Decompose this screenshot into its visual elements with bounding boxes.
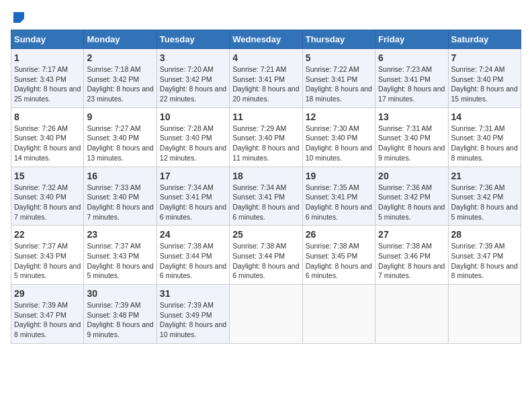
day-number: 8	[14, 111, 81, 122]
day-number: 27	[378, 229, 445, 240]
day-info: Sunrise: 7:21 AM Sunset: 3:41 PM Dayligh…	[232, 64, 299, 104]
day-info: Sunrise: 7:37 AM Sunset: 3:43 PM Dayligh…	[14, 241, 81, 281]
day-info: Sunrise: 7:31 AM Sunset: 3:40 PM Dayligh…	[451, 124, 518, 163]
day-info: Sunrise: 7:17 AM Sunset: 3:43 PM Dayligh…	[14, 64, 81, 104]
day-number: 1	[14, 52, 81, 63]
header-sunday: Sunday	[11, 30, 84, 49]
day-info: Sunrise: 7:32 AM Sunset: 3:40 PM Dayligh…	[14, 183, 81, 222]
day-number: 5	[306, 52, 372, 63]
day-number: 30	[87, 288, 153, 299]
day-info: Sunrise: 7:36 AM Sunset: 3:42 PM Dayligh…	[451, 183, 518, 222]
day-info: Sunrise: 7:35 AM Sunset: 3:41 PM Dayligh…	[306, 183, 372, 222]
day-number: 18	[232, 171, 299, 181]
day-cell: 22 Sunrise: 7:37 AM Sunset: 3:43 PM Dayl…	[11, 226, 84, 285]
day-cell	[230, 285, 302, 344]
day-info: Sunrise: 7:38 AM Sunset: 3:44 PM Dayligh…	[232, 241, 299, 281]
day-number: 10	[160, 111, 226, 122]
day-number: 4	[232, 52, 299, 63]
day-number: 3	[160, 52, 226, 63]
day-number: 25	[232, 229, 299, 240]
day-cell: 20 Sunrise: 7:36 AM Sunset: 3:42 PM Dayl…	[375, 167, 448, 226]
day-info: Sunrise: 7:39 AM Sunset: 3:47 PM Dayligh…	[451, 241, 518, 281]
day-info: Sunrise: 7:22 AM Sunset: 3:41 PM Dayligh…	[306, 64, 372, 104]
calendar-header-row: SundayMondayTuesdayWednesdayThursdayFrid…	[11, 30, 521, 49]
day-info: Sunrise: 7:36 AM Sunset: 3:42 PM Dayligh…	[378, 183, 445, 222]
header-monday: Monday	[84, 30, 157, 49]
day-cell: 14 Sunrise: 7:31 AM Sunset: 3:40 PM Dayl…	[448, 107, 521, 167]
day-cell: 18 Sunrise: 7:34 AM Sunset: 3:41 PM Dayl…	[230, 167, 302, 226]
day-number: 6	[378, 52, 445, 63]
day-number: 22	[14, 229, 81, 240]
day-number: 24	[160, 229, 226, 240]
day-number: 29	[14, 288, 81, 299]
day-number: 12	[306, 111, 372, 122]
day-info: Sunrise: 7:24 AM Sunset: 3:40 PM Dayligh…	[451, 64, 518, 104]
day-number: 15	[14, 171, 81, 181]
day-cell: 7 Sunrise: 7:24 AM Sunset: 3:40 PM Dayli…	[448, 49, 521, 108]
day-info: Sunrise: 7:37 AM Sunset: 3:43 PM Dayligh…	[87, 241, 153, 281]
day-info: Sunrise: 7:39 AM Sunset: 3:49 PM Dayligh…	[160, 300, 226, 340]
day-info: Sunrise: 7:38 AM Sunset: 3:46 PM Dayligh…	[378, 241, 445, 281]
day-cell: 21 Sunrise: 7:36 AM Sunset: 3:42 PM Dayl…	[448, 167, 521, 226]
day-cell: 15 Sunrise: 7:32 AM Sunset: 3:40 PM Dayl…	[11, 167, 84, 226]
day-cell: 16 Sunrise: 7:33 AM Sunset: 3:40 PM Dayl…	[84, 167, 157, 226]
day-cell: 27 Sunrise: 7:38 AM Sunset: 3:46 PM Dayl…	[375, 226, 448, 285]
day-cell: 5 Sunrise: 7:22 AM Sunset: 3:41 PM Dayli…	[302, 49, 375, 108]
header	[11, 11, 521, 24]
day-number: 16	[87, 171, 153, 181]
header-tuesday: Tuesday	[157, 30, 229, 49]
day-info: Sunrise: 7:18 AM Sunset: 3:42 PM Dayligh…	[87, 64, 153, 104]
week-row-2: 8 Sunrise: 7:26 AM Sunset: 3:40 PM Dayli…	[11, 107, 521, 167]
day-cell	[375, 285, 448, 344]
day-info: Sunrise: 7:34 AM Sunset: 3:41 PM Dayligh…	[232, 183, 299, 222]
week-row-5: 29 Sunrise: 7:39 AM Sunset: 3:47 PM Dayl…	[11, 285, 521, 344]
day-cell: 28 Sunrise: 7:39 AM Sunset: 3:47 PM Dayl…	[448, 226, 521, 285]
day-info: Sunrise: 7:39 AM Sunset: 3:48 PM Dayligh…	[87, 300, 153, 340]
day-number: 13	[378, 111, 445, 122]
svg-marker-0	[13, 12, 24, 23]
day-cell: 23 Sunrise: 7:37 AM Sunset: 3:43 PM Dayl…	[84, 226, 157, 285]
header-friday: Friday	[375, 30, 448, 49]
day-cell: 29 Sunrise: 7:39 AM Sunset: 3:47 PM Dayl…	[11, 285, 84, 344]
day-number: 7	[451, 52, 518, 63]
day-cell: 12 Sunrise: 7:30 AM Sunset: 3:40 PM Dayl…	[302, 107, 375, 167]
logo-icon	[12, 11, 26, 24]
day-info: Sunrise: 7:23 AM Sunset: 3:41 PM Dayligh…	[378, 64, 445, 104]
day-cell: 30 Sunrise: 7:39 AM Sunset: 3:48 PM Dayl…	[84, 285, 157, 344]
day-cell: 17 Sunrise: 7:34 AM Sunset: 3:41 PM Dayl…	[157, 167, 229, 226]
day-info: Sunrise: 7:38 AM Sunset: 3:45 PM Dayligh…	[306, 241, 372, 281]
header-thursday: Thursday	[302, 30, 375, 49]
day-cell: 8 Sunrise: 7:26 AM Sunset: 3:40 PM Dayli…	[11, 107, 84, 167]
day-cell: 13 Sunrise: 7:31 AM Sunset: 3:40 PM Dayl…	[375, 107, 448, 167]
day-cell: 10 Sunrise: 7:28 AM Sunset: 3:40 PM Dayl…	[157, 107, 229, 167]
day-cell: 25 Sunrise: 7:38 AM Sunset: 3:44 PM Dayl…	[230, 226, 302, 285]
day-info: Sunrise: 7:33 AM Sunset: 3:40 PM Dayligh…	[87, 183, 153, 222]
week-row-4: 22 Sunrise: 7:37 AM Sunset: 3:43 PM Dayl…	[11, 226, 521, 285]
day-number: 14	[451, 111, 518, 122]
day-cell: 31 Sunrise: 7:39 AM Sunset: 3:49 PM Dayl…	[157, 285, 229, 344]
day-cell: 24 Sunrise: 7:38 AM Sunset: 3:44 PM Dayl…	[157, 226, 229, 285]
header-saturday: Saturday	[448, 30, 521, 49]
day-number: 17	[160, 171, 226, 181]
day-info: Sunrise: 7:27 AM Sunset: 3:40 PM Dayligh…	[87, 124, 153, 163]
day-cell: 4 Sunrise: 7:21 AM Sunset: 3:41 PM Dayli…	[230, 49, 302, 108]
day-cell	[302, 285, 375, 344]
day-number: 11	[232, 111, 299, 122]
day-cell: 19 Sunrise: 7:35 AM Sunset: 3:41 PM Dayl…	[302, 167, 375, 226]
day-info: Sunrise: 7:34 AM Sunset: 3:41 PM Dayligh…	[160, 183, 226, 222]
day-cell	[448, 285, 521, 344]
day-info: Sunrise: 7:31 AM Sunset: 3:40 PM Dayligh…	[378, 124, 445, 163]
day-info: Sunrise: 7:39 AM Sunset: 3:47 PM Dayligh…	[14, 300, 81, 340]
day-number: 23	[87, 229, 153, 240]
week-row-3: 15 Sunrise: 7:32 AM Sunset: 3:40 PM Dayl…	[11, 167, 521, 226]
logo	[11, 11, 26, 24]
day-number: 9	[87, 111, 153, 122]
day-number: 26	[306, 229, 372, 240]
day-number: 28	[451, 229, 518, 240]
day-info: Sunrise: 7:29 AM Sunset: 3:40 PM Dayligh…	[232, 124, 299, 163]
day-number: 31	[160, 288, 226, 299]
day-cell: 9 Sunrise: 7:27 AM Sunset: 3:40 PM Dayli…	[84, 107, 157, 167]
week-row-1: 1 Sunrise: 7:17 AM Sunset: 3:43 PM Dayli…	[11, 49, 521, 108]
day-info: Sunrise: 7:20 AM Sunset: 3:42 PM Dayligh…	[160, 64, 226, 104]
day-number: 20	[378, 171, 445, 181]
